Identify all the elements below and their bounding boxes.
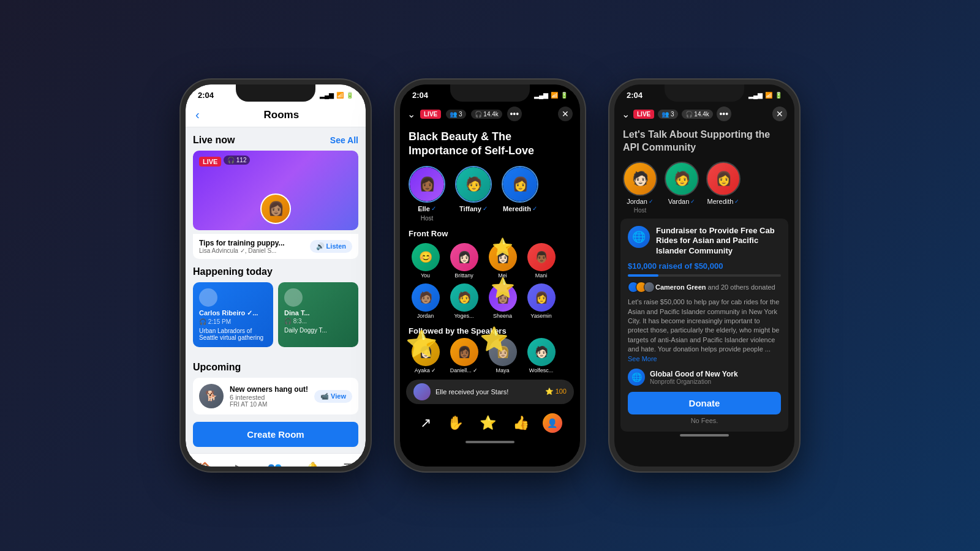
view-button[interactable]: 📹 View	[314, 390, 352, 403]
followed-avatar-daniell: 👩🏾	[450, 338, 478, 366]
chevron-down-icon-3[interactable]: ⌄	[622, 108, 630, 120]
nav-home[interactable]: 🏠	[190, 459, 220, 467]
wifi-icon-1: 📶	[336, 92, 344, 99]
audience-avatar-yoges: 🧑	[450, 283, 478, 312]
happening-card-2[interactable]: Dina T... 🎧 8:3... Daily Doggy T...	[278, 282, 358, 347]
p2-topbar: ⌄ LIVE 👥 3 🎧 14.4k ••• ✕	[400, 103, 580, 125]
more-button-3[interactable]: •••	[717, 107, 731, 121]
hc-name-1: Carlos Ribeiro ✓...	[199, 309, 267, 317]
back-button[interactable]: ‹	[195, 108, 200, 122]
rooms-header: ‹ Rooms	[186, 103, 366, 127]
followed-name-ayaka: Ayaka ✓	[415, 367, 436, 373]
close-button-3[interactable]: ✕	[772, 107, 787, 121]
phone2-screen: 2:04 ▂▄▆ 📶 🔋 ⌄ LIVE 👥 3 🎧 14.4k ••• ✕ Bl…	[400, 84, 580, 467]
happening-today-header: Happening today	[193, 259, 358, 282]
upcoming-header: Upcoming	[193, 354, 358, 378]
avatar-emoji: 👩🏽	[262, 195, 290, 223]
home-indicator-2	[466, 441, 514, 443]
hand-button[interactable]: ✋	[445, 413, 466, 433]
page-title: Rooms	[207, 109, 356, 121]
live-card[interactable]: LIVE 🎧 112 👩🏽	[193, 151, 358, 230]
close-button[interactable]: ✕	[558, 107, 573, 121]
nav-bell[interactable]: 🔔	[298, 459, 328, 467]
hc-desc-1: Urban Labradors of Seattle virtual gathe…	[199, 328, 267, 341]
headphones-count-3: 🎧 14.4k	[682, 110, 713, 119]
donor-others-text: and 20 others donated	[708, 283, 775, 291]
org-name: Global Good of New York	[650, 370, 738, 378]
big-star-1: ⭐	[405, 329, 437, 359]
no-fees-text: No Fees.	[628, 417, 781, 424]
nav-play[interactable]: ▶	[228, 459, 252, 467]
donor-avatars	[628, 282, 652, 293]
like-button[interactable]: 👍	[510, 413, 532, 433]
profile-button[interactable]: 👤	[543, 413, 562, 433]
live-now-section-header: Live now See All	[193, 127, 358, 151]
chevron-down-icon[interactable]: ⌄	[407, 108, 415, 120]
followed-name-maya: Maya	[496, 367, 509, 373]
p3-room-title: Let's Talk About Supporting the API Comm…	[614, 125, 794, 159]
nav-menu[interactable]: ☰	[336, 459, 361, 467]
status-bar-2: 2:04 ▂▄▆ 📶 🔋	[400, 84, 580, 103]
headphone-count: 🎧 112	[224, 156, 250, 165]
more-button[interactable]: •••	[507, 107, 522, 121]
status-bar-1: 2:04 ▂▄▆ 📶 🔋	[186, 84, 366, 103]
speaker-name-1: Elle	[418, 205, 430, 212]
time-3: 2:04	[627, 91, 643, 100]
time-2: 2:04	[412, 91, 428, 100]
p3-speakers-row: 🧑🏻 Jordan ✓ Host 🧑 Vardan ✓	[614, 159, 794, 219]
live-card-container: LIVE 🎧 112 👩🏽 Tips for training puppy...…	[193, 151, 358, 259]
p3-speaker-name-1: Jordan	[627, 198, 647, 205]
upcoming-avatar: 🐕	[199, 384, 224, 408]
front-row-label: Front Row	[400, 227, 580, 241]
audience-name-sheena: Sheena	[493, 313, 512, 319]
followed-avatar-wolfesc: 🧑🏻	[527, 338, 556, 366]
p3-speaker-avatar-1: 🧑🏻	[623, 162, 657, 196]
speakers-row: 👩🏾 Elle ✓ Host 🧑	[400, 161, 580, 227]
upcoming-item[interactable]: 🐕 New owners hang out! 6 interested FRI …	[193, 378, 358, 414]
speaker-avatar-inner-3: 👩	[503, 167, 537, 201]
status-icons-3: ▂▄▆ 📶 🔋	[748, 92, 782, 99]
share-button[interactable]: ↗	[418, 413, 434, 433]
fundraiser-amount: $10,000 raised of $50,000	[628, 261, 781, 271]
audience-mani: 👨🏾 Mani	[524, 243, 558, 279]
followed-name-daniell: Daniell... ✓	[450, 367, 478, 373]
home-indicator-3	[680, 434, 729, 437]
star-icon-2: ⭐	[491, 276, 515, 299]
p3-verified-1: ✓	[649, 198, 654, 204]
see-more-button[interactable]: See More	[628, 355, 657, 362]
donate-button[interactable]: Donate	[628, 392, 781, 414]
star-button[interactable]: ⭐	[477, 413, 499, 433]
speaker-avatar-3: 👩	[502, 166, 538, 203]
org-icon: 🌐	[628, 369, 645, 386]
audience-name-you: You	[421, 272, 430, 279]
speaker-avatar-inner-1: 👩🏾	[410, 167, 444, 201]
battery-icon-3: 🔋	[775, 92, 782, 99]
happening-card-1[interactable]: Carlos Ribeiro ✓... 🎧 2:15 PM Urban Labr…	[193, 282, 273, 347]
rooms-content: Live now See All LIVE 🎧 112 👩🏽 Tips	[186, 127, 366, 453]
verified-2: ✓	[483, 205, 488, 212]
status-icons-1: ▂▄▆ 📶 🔋	[320, 92, 353, 99]
phone-rooms: 2:04 ▂▄▆ 📶 🔋 ‹ Rooms Live now See All	[181, 80, 371, 471]
speaker-2: 🧑 Tiffany ✓	[455, 166, 492, 222]
live-now-title: Live now	[193, 135, 235, 146]
phone-api-community: 2:04 ▂▄▆ 📶 🔋 ⌄ LIVE 👥 3 🎧 14.4k ••• ✕ Le…	[609, 80, 799, 471]
big-star-2: ⭐	[480, 326, 508, 353]
people-count: 👥 3	[446, 110, 466, 119]
see-all-button[interactable]: See All	[330, 135, 358, 145]
hc-time-1: 🎧 2:15 PM	[199, 318, 267, 325]
followed-maya-container: ⭐ 👩🏼 Maya	[486, 338, 519, 373]
fundraiser-header: 🌐 Fundraiser to Provide Free Cab Rides f…	[628, 226, 781, 257]
verified-1: ✓	[431, 205, 436, 212]
upcoming-event-title: New owners hang out!	[230, 385, 308, 394]
followed-name-wolfesc: Wolfesc...	[529, 367, 553, 373]
speaker-avatar-1: 👩🏾	[409, 166, 445, 203]
hc-desc-2: Daily Doggy T...	[284, 327, 352, 334]
donor-avatar-3	[644, 282, 655, 293]
p3-speaker-name-2: Vardan	[668, 198, 690, 205]
battery-icon-1: 🔋	[346, 92, 353, 99]
hc-name-2: Dina T...	[284, 309, 352, 317]
listen-button[interactable]: 🔊 Listen	[310, 240, 352, 253]
nav-rooms[interactable]: 👥	[260, 459, 290, 467]
create-room-button[interactable]: Create Room	[193, 422, 358, 447]
audience-yoges: 🧑 Yoges...	[447, 283, 481, 319]
